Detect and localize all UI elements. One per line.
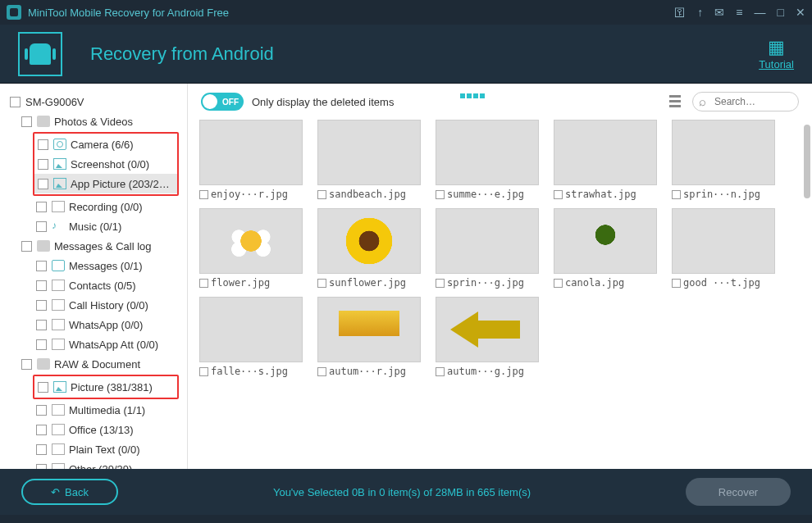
thumbnail-caption: sunflower.jpg xyxy=(317,277,421,289)
mail-icon[interactable]: ✉ xyxy=(714,6,724,19)
thumbnail-caption: good ···t.jpg xyxy=(672,277,775,289)
upgrade-icon[interactable]: ↑ xyxy=(697,6,703,19)
key-icon[interactable]: ⚿ xyxy=(674,6,686,19)
toolbar: OFF Only display the deleted items xyxy=(188,84,812,120)
tree-group[interactable]: Photos & Videos xyxy=(3,111,184,131)
titlebar: MiniTool Mobile Recovery for Android Fre… xyxy=(0,0,812,25)
grid-view-button[interactable] xyxy=(449,93,660,110)
thumbnail[interactable]: sprin···n.jpg xyxy=(672,120,775,200)
tree-item[interactable]: Recording (0/0) xyxy=(3,197,184,216)
tree-item[interactable]: Plain Text (0/0) xyxy=(3,439,184,459)
tree-item[interactable]: Messages (0/1) xyxy=(3,256,184,275)
device-node[interactable]: SM-G9006V xyxy=(3,92,184,111)
back-arrow-icon: ↶ xyxy=(51,486,60,498)
thumbnail-caption: enjoy···r.jpg xyxy=(199,189,303,200)
thumbnail-caption: autum···r.jpg xyxy=(317,366,421,377)
tutorial-link[interactable]: ▦ Tutorial xyxy=(759,37,794,70)
thumbnail-caption: flower.jpg xyxy=(199,277,303,289)
thumbnail-caption: sandbeach.jpg xyxy=(317,189,421,200)
tree-item[interactable]: Other (39/39) xyxy=(3,459,184,469)
thumbnail[interactable]: falle···s.jpg xyxy=(199,297,303,377)
thumbnail-caption: falle···s.jpg xyxy=(199,366,303,377)
thumbnail[interactable]: strawhat.jpg xyxy=(554,120,657,200)
recover-button[interactable]: Recover xyxy=(686,478,791,506)
toggle-label: Only display the deleted items xyxy=(252,96,440,108)
close-icon[interactable]: ✕ xyxy=(796,6,805,19)
thumbnail-grid: enjoy···r.jpgsandbeach.jpgsumme···e.jpgs… xyxy=(188,120,812,469)
minimize-icon[interactable]: — xyxy=(755,6,766,19)
menu-icon[interactable]: ≡ xyxy=(736,6,742,19)
thumbnail[interactable]: enjoy···r.jpg xyxy=(199,120,303,200)
tree-item[interactable]: WhatsApp Att (0/0) xyxy=(3,334,184,354)
thumbnail-caption: sprin···g.jpg xyxy=(436,277,539,289)
tree-item[interactable]: Picture (381/381) xyxy=(34,377,177,397)
page-header: Recovery from Android ▦ Tutorial xyxy=(0,25,812,84)
android-icon xyxy=(18,32,62,76)
thumbnail-caption: strawhat.jpg xyxy=(554,189,657,200)
thumbnail[interactable]: autum···g.jpg xyxy=(436,297,539,377)
tree-item[interactable]: Screenshot (0/0) xyxy=(34,154,177,174)
back-button[interactable]: ↶ Back xyxy=(21,479,118,505)
tree-item[interactable]: ♪Music (0/1) xyxy=(3,216,184,236)
thumbnail[interactable]: sprin···g.jpg xyxy=(436,208,539,289)
tree-item[interactable]: Call History (0/0) xyxy=(3,295,184,315)
list-view-button[interactable] xyxy=(668,93,684,110)
thumbnail-caption: summe···e.jpg xyxy=(436,189,539,200)
thumbnail[interactable]: good ···t.jpg xyxy=(672,208,775,289)
thumbnail[interactable]: sunflower.jpg xyxy=(317,208,421,289)
book-icon: ▦ xyxy=(759,37,794,58)
page-title: Recovery from Android xyxy=(90,43,759,65)
maximize-icon[interactable]: □ xyxy=(778,6,784,19)
thumbnail[interactable]: canola.jpg xyxy=(554,208,657,289)
window-title: MiniTool Mobile Recovery for Android Fre… xyxy=(28,7,674,19)
tree-item[interactable]: Camera (6/6) xyxy=(34,134,177,154)
tree-item[interactable]: Multimedia (1/1) xyxy=(3,400,184,420)
thumbnail[interactable]: autum···r.jpg xyxy=(317,297,421,377)
thumbnail-caption: canola.jpg xyxy=(554,277,657,289)
tree-group[interactable]: Messages & Call log xyxy=(3,236,184,256)
app-logo-icon xyxy=(7,5,21,20)
tree-item[interactable]: Contacts (0/5) xyxy=(3,275,184,295)
tree-item[interactable]: Office (13/13) xyxy=(3,420,184,439)
deleted-only-toggle[interactable]: OFF xyxy=(201,93,244,111)
thumbnail[interactable]: summe···e.jpg xyxy=(436,120,539,200)
thumbnail[interactable]: flower.jpg xyxy=(199,208,303,289)
tree-item[interactable]: App Picture (203/2… xyxy=(34,174,177,193)
tree-item[interactable]: WhatsApp (0/0) xyxy=(3,315,184,334)
sidebar: SM-G9006VPhotos & VideosCamera (6/6)Scre… xyxy=(0,84,187,469)
scrollbar[interactable] xyxy=(804,125,810,198)
selection-status: You've Selected 0B in 0 item(s) of 28MB … xyxy=(118,486,686,498)
tree-group[interactable]: RAW & Document xyxy=(3,354,184,374)
thumbnail-caption: sprin···n.jpg xyxy=(672,189,775,200)
search-input[interactable] xyxy=(692,92,799,111)
thumbnail-caption: autum···g.jpg xyxy=(436,366,539,377)
thumbnail[interactable]: sandbeach.jpg xyxy=(317,120,421,200)
footer: ↶ Back You've Selected 0B in 0 item(s) o… xyxy=(0,469,812,515)
content-pane: OFF Only display the deleted items enjoy… xyxy=(187,84,812,469)
